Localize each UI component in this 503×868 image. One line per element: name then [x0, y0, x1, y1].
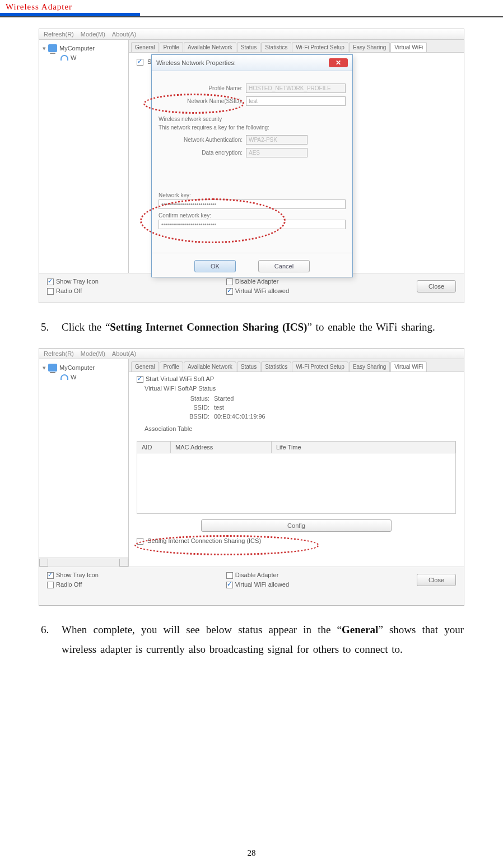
tab-general-2[interactable]: General	[131, 361, 159, 372]
tab-status[interactable]: Status	[237, 42, 260, 52]
scroll-right-icon[interactable]	[119, 559, 128, 567]
close-button-2[interactable]: Close	[417, 574, 456, 586]
app-menubar-2: Refresh(R) Mode(M) About(A)	[39, 349, 464, 359]
tab-profile[interactable]: Profile	[160, 42, 183, 52]
tab-virtual-wifi-2[interactable]: Virtual WiFi	[390, 361, 427, 372]
vwifi-allowed-label: Virtual WiFi allowed	[235, 287, 289, 294]
step-5-text-b: ” to enable the WiFi sharing.	[307, 321, 435, 333]
device-tree-2: ▾ MyComputer W	[39, 359, 129, 567]
tab-strip-2: General Profile Available Network Status…	[129, 359, 464, 372]
association-table: AID MAC Address Life Time	[137, 441, 456, 514]
menu-about-2[interactable]: About(A)	[112, 350, 136, 357]
dialog-title: Wireless Network Properties:	[156, 59, 236, 66]
tree-child-label: W	[71, 54, 76, 61]
show-tray-label: Show Tray Icon	[56, 278, 99, 285]
col-mac[interactable]: MAC Address	[171, 442, 272, 453]
tree-child-node[interactable]: W	[41, 53, 126, 62]
tree-root-node[interactable]: ▾ MyComputer	[41, 43, 126, 53]
vwifi-allowed-label-2: Virtual WiFi allowed	[235, 581, 289, 588]
show-tray-label-2: Show Tray Icon	[56, 572, 99, 578]
auth-field: WPA2-PSK	[246, 135, 308, 145]
tab-status-2[interactable]: Status	[237, 361, 260, 372]
start-softap-checkbox[interactable]	[137, 59, 143, 66]
disable-adapter-checkbox[interactable]	[226, 278, 233, 285]
vwifi-allowed-checkbox-2[interactable]	[226, 582, 233, 588]
tree-toggle-icon[interactable]: ▾	[43, 45, 46, 52]
wifi-icon	[60, 55, 68, 61]
softap-ssid-value: test	[214, 404, 224, 411]
auth-label: Network Authentication:	[159, 137, 243, 143]
ok-button[interactable]: OK	[194, 260, 236, 272]
confirm-key-field[interactable]: ••••••••••••••••••••••••••••	[159, 220, 346, 229]
tab-virtual-wifi[interactable]: Virtual WiFi	[390, 42, 427, 52]
status-value: Started	[214, 395, 234, 402]
ssid-field[interactable]: test	[246, 96, 346, 106]
tree-root-label-2: MyComputer	[59, 364, 95, 371]
menu-mode[interactable]: Mode(M)	[81, 31, 105, 38]
menu-about[interactable]: About(A)	[112, 31, 136, 38]
tree-toggle-icon-2[interactable]: ▾	[43, 364, 46, 372]
disable-adapter-label: Disable Adapter	[235, 278, 279, 285]
menu-mode-2[interactable]: Mode(M)	[81, 350, 105, 357]
config-button[interactable]: Config	[201, 519, 392, 532]
bssid-value: 00:E0:4C:01:19:96	[214, 413, 266, 420]
start-softap-checkbox-2[interactable]	[137, 376, 143, 383]
show-tray-checkbox[interactable]	[47, 278, 54, 285]
computer-icon	[48, 44, 57, 52]
confirm-key-label: Confirm network key:	[159, 212, 211, 219]
disable-adapter-checkbox-2[interactable]	[226, 572, 233, 579]
app-menubar: Refresh(R) Mode(M) About(A)	[39, 29, 464, 40]
tab-wps-2[interactable]: Wi-Fi Protect Setup	[292, 361, 348, 372]
tree-child-label-2: W	[71, 374, 76, 380]
tab-wps[interactable]: Wi-Fi Protect Setup	[292, 42, 348, 52]
dialog-close-icon[interactable]: ✕	[329, 58, 348, 67]
col-life-time[interactable]: Life Time	[272, 442, 455, 453]
disable-adapter-label-2: Disable Adapter	[235, 572, 279, 578]
computer-icon-2	[48, 364, 57, 372]
profile-name-label: Profile Name:	[159, 85, 243, 91]
tab-statistics[interactable]: Statistics	[261, 42, 291, 52]
encryption-label: Data encryption:	[159, 150, 243, 156]
step-6-text-a: When complete, you will see below status…	[62, 624, 342, 635]
radio-off-label-2: Radio Off	[56, 581, 82, 588]
device-tree: ▾ MyComputer W	[39, 40, 129, 273]
ssid-label: Network Name(SSID):	[159, 98, 243, 104]
col-aid[interactable]: AID	[137, 442, 171, 453]
tab-statistics-2[interactable]: Statistics	[261, 361, 291, 372]
tree-root-label: MyComputer	[59, 45, 95, 52]
softap-status-heading: Virtual WiFi SoftAP Status	[145, 385, 456, 392]
network-key-field[interactable]: ••••••••••••••••••••••••••••	[159, 199, 346, 209]
tree-child-node-2[interactable]: W	[41, 373, 126, 382]
screenshot-1: Refresh(R) Mode(M) About(A) ▾ MyComputer…	[39, 29, 464, 303]
security-heading: Wireless network security	[159, 116, 346, 122]
step-5: Click the “Setting Internet Connection S…	[53, 317, 464, 337]
tab-available-network[interactable]: Available Network	[184, 42, 236, 52]
cancel-button[interactable]: Cancel	[258, 260, 310, 272]
network-key-label: Network key:	[159, 192, 191, 198]
scroll-left-icon[interactable]	[39, 559, 48, 567]
tab-profile-2[interactable]: Profile	[160, 361, 183, 372]
ics-checkbox[interactable]	[137, 538, 143, 545]
vwifi-allowed-checkbox[interactable]	[226, 288, 233, 295]
tree-root-node-2[interactable]: ▾ MyComputer	[41, 363, 126, 373]
show-tray-checkbox-2[interactable]	[47, 572, 54, 579]
step-6-bold: General	[342, 624, 378, 635]
page-header-title: Wireless Adapter	[0, 0, 503, 13]
start-softap-label-2: Start Virtual WiFi Soft AP	[146, 375, 214, 382]
tab-easy-sharing-2[interactable]: Easy Sharing	[349, 361, 390, 372]
header-underline	[0, 16, 503, 17]
step-6: When complete, you will see below status…	[53, 620, 464, 659]
menu-refresh-2[interactable]: Refresh(R)	[44, 350, 74, 357]
status-label: Status:	[176, 395, 209, 402]
radio-off-label: Radio Off	[56, 287, 82, 294]
association-table-heading: Association Table	[145, 425, 456, 432]
ics-label: Setting Internet Connection Sharing (ICS…	[147, 537, 261, 544]
close-button[interactable]: Close	[417, 280, 456, 293]
tab-available-network-2[interactable]: Available Network	[184, 361, 236, 372]
tab-general[interactable]: General	[131, 42, 159, 52]
tab-easy-sharing[interactable]: Easy Sharing	[349, 42, 390, 52]
menu-refresh[interactable]: Refresh(R)	[44, 31, 74, 38]
radio-off-checkbox[interactable]	[47, 288, 54, 295]
radio-off-checkbox-2[interactable]	[47, 582, 54, 588]
profile-name-field: HOSTED_NETWORK_PROFILE	[246, 83, 346, 93]
